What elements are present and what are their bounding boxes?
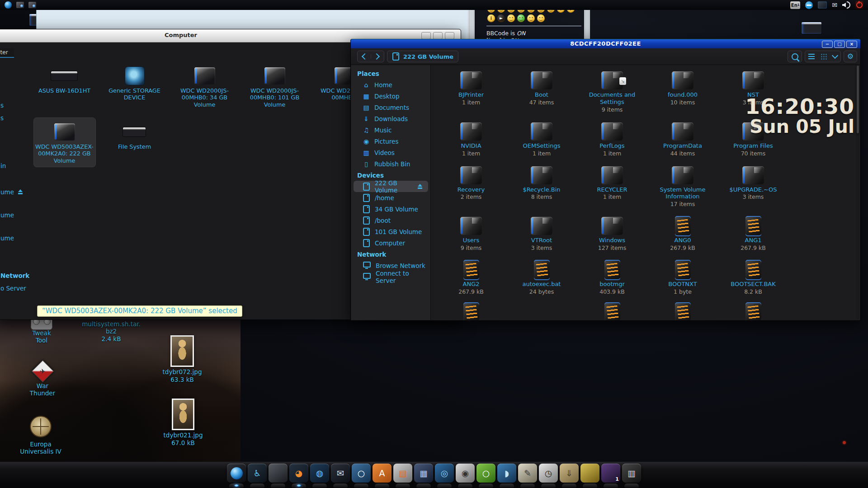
desktop-icon-tdybr072[interactable]: tdybr072.jpg 63.3 kB xyxy=(157,335,207,383)
computer-item[interactable]: WDC WD2000JS-00MHB0: 101 GB Volume xyxy=(244,62,306,111)
sidebar-item-connect-to-server[interactable]: Connect to Server xyxy=(351,271,430,282)
sidebar-item-rubbish-bin[interactable]: ▯Rubbish Bin xyxy=(351,158,430,169)
file-item[interactable]: $Recycle.Bin8 items xyxy=(508,161,576,208)
sidebar-item-desktop[interactable]: ▦Desktop xyxy=(351,90,430,102)
dock-icon-shutter-app[interactable]: ◎ xyxy=(435,464,454,483)
file-item[interactable]: ProgramData44 items xyxy=(649,117,717,157)
grid-view-button[interactable] xyxy=(821,53,827,60)
sidebar-item-computer[interactable]: Computer xyxy=(351,237,430,249)
minimize-button[interactable]: − xyxy=(822,41,833,48)
sidebar-item-home[interactable]: ⌂Home xyxy=(351,79,430,90)
eject-icon[interactable] xyxy=(18,189,23,195)
file-item[interactable]: Windows127 items xyxy=(578,212,646,251)
list-view-button[interactable] xyxy=(808,54,815,59)
sidebar-item-documents[interactable]: ▤Documents xyxy=(351,102,430,113)
dock-icon-accessibility-app[interactable]: ♿ xyxy=(248,464,267,483)
computer-item[interactable]: WDC WD2000JS-00MHB0: 34 GB Volume xyxy=(174,62,236,111)
forward-button[interactable] xyxy=(371,54,384,59)
close-button[interactable]: × xyxy=(846,41,857,48)
update-indicator-icon[interactable] xyxy=(805,1,813,9)
file-item[interactable]: found.00010 items xyxy=(649,66,717,113)
file-icon[interactable] xyxy=(604,302,620,321)
dock-icon-software-center[interactable]: ○ xyxy=(476,464,495,483)
back-button[interactable] xyxy=(358,54,371,59)
keyboard-layout-indicator[interactable]: En1 xyxy=(790,1,800,9)
file-item[interactable]: ↘Documents and Settings9 items xyxy=(578,66,646,113)
sidebar-item-pictures[interactable]: ◉Pictures xyxy=(351,136,430,147)
desktop-drive-icon-right[interactable] xyxy=(801,22,822,34)
grid-scrollbar[interactable] xyxy=(856,66,859,319)
search-button[interactable] xyxy=(788,51,802,62)
file-item[interactable]: $UPGRADE.~OS3 items xyxy=(719,161,787,208)
file-item[interactable]: autoexec.bat24 bytes xyxy=(508,256,576,295)
sidebar-item-music[interactable]: ♫Music xyxy=(351,124,430,136)
smiley-ugeek[interactable] xyxy=(537,14,545,22)
file-item[interactable]: Boot47 items xyxy=(508,66,576,113)
file-item[interactable]: PerfLogs1 item xyxy=(578,117,646,157)
dock-icon-web-browser[interactable]: ◕ xyxy=(289,464,308,483)
dock-icon-gray-mascot-app[interactable] xyxy=(269,464,288,483)
file-item[interactable]: Users9 items xyxy=(437,212,505,251)
computer-item[interactable]: File System xyxy=(117,118,152,167)
dock-icon-menu-orb[interactable] xyxy=(227,464,246,483)
desktop-icon-multisystem[interactable]: multisystem.sh.tar.bz2 2.4 kB xyxy=(80,321,142,343)
dock-icon-bluefish-app[interactable]: ◗ xyxy=(497,464,516,483)
sidebar-item--home[interactable]: /home xyxy=(351,192,430,203)
titlebar[interactable]: 8CDCFF20DCFF02EE − □ × xyxy=(351,39,860,48)
computer-item[interactable]: WDC WD5003AZEX-00MK2A0: 222 GB Volume xyxy=(34,118,95,167)
maximize-button[interactable]: □ xyxy=(834,41,845,48)
file-item[interactable]: ANG2267.9 kB xyxy=(437,256,505,295)
sidebar-item-downloads[interactable]: ⇓Downloads xyxy=(351,113,430,124)
file-item[interactable]: BOOTNXT1 byte xyxy=(649,256,717,295)
panel-folder-icon-2[interactable] xyxy=(28,2,36,8)
dock-icon-calculator-app[interactable]: ▦ xyxy=(414,464,433,483)
computer-item[interactable]: ASUS BW-16D1HT xyxy=(38,62,91,111)
file-item[interactable]: RECYCLER1 item xyxy=(578,161,646,208)
menu-button[interactable]: ⚙ xyxy=(844,51,857,62)
file-item[interactable]: ANG1267.9 kB xyxy=(719,212,787,251)
dock-icon-downloads-folder[interactable]: ⇓ xyxy=(560,464,579,483)
file-item[interactable]: ANG0267.9 kB xyxy=(649,212,717,251)
power-button[interactable] xyxy=(855,1,863,9)
volume-icon[interactable] xyxy=(842,1,850,9)
dock-icon-window-list[interactable]: 1 xyxy=(601,464,620,483)
dock-icon-blue-swirl-app[interactable]: ◍ xyxy=(310,464,329,483)
tab-fragment[interactable]: uter xyxy=(0,48,14,58)
smiley-mrgreen[interactable] xyxy=(517,14,525,22)
close-button[interactable] xyxy=(445,32,454,39)
eject-icon[interactable] xyxy=(417,184,423,189)
desktop-icon-war-thunder[interactable]: ✈ War Thunder xyxy=(24,361,61,397)
dock-icon-files-app[interactable]: ▥ xyxy=(622,464,641,483)
desktop-icon-tdybr021[interactable]: tdybr021.jpg 67.0 kB xyxy=(158,399,208,446)
file-item[interactable]: NVIDIA1 item xyxy=(437,117,505,157)
maximize-button[interactable] xyxy=(433,32,443,39)
file-item[interactable]: BOOTSECT.BAK8.2 kB xyxy=(719,256,787,295)
panel-folder-icon-1[interactable] xyxy=(16,2,24,8)
sidebar-item-222-gb-volume[interactable]: 222 GB Volume xyxy=(354,181,428,192)
dock-icon-text-editor[interactable]: ✎ xyxy=(518,464,537,483)
dock-icon-office-docs[interactable]: ▤ xyxy=(393,464,412,483)
network-icon[interactable] xyxy=(818,1,827,9)
file-icon[interactable] xyxy=(745,302,761,321)
panel-launcher-orb-icon[interactable] xyxy=(5,1,12,9)
file-icon[interactable] xyxy=(675,302,691,321)
mail-icon[interactable]: ✉ xyxy=(832,1,837,9)
dock-icon-chat-app[interactable]: ○ xyxy=(352,464,371,483)
smiley-neutral[interactable] xyxy=(507,14,515,22)
minimize-button[interactable] xyxy=(421,32,431,39)
dock-icon-clock-app[interactable]: ◷ xyxy=(539,464,558,483)
sidebar-item--boot[interactable]: /boot xyxy=(351,215,430,226)
dock-icon-image-viewer[interactable] xyxy=(580,464,599,483)
smiley-geek[interactable] xyxy=(527,14,535,22)
dock-icon-mail-app[interactable]: ✉ xyxy=(331,464,350,483)
smiley-idea[interactable] xyxy=(487,14,495,22)
dock-icon-app-store[interactable]: A xyxy=(373,464,392,483)
file-item[interactable]: OEMSettings1 item xyxy=(508,117,576,157)
file-item[interactable]: bootmgr403.9 kB xyxy=(578,256,646,295)
sidebar-item-101-gb-volume[interactable]: 101 GB Volume xyxy=(351,226,430,237)
smiley-arrow[interactable] xyxy=(497,14,505,22)
computer-item[interactable]: Generic STORAGE DEVICE xyxy=(104,62,165,111)
view-options-chevron-icon[interactable] xyxy=(832,52,838,59)
dock-icon-camera-app[interactable]: ◉ xyxy=(456,464,475,483)
file-icon[interactable] xyxy=(463,302,479,321)
